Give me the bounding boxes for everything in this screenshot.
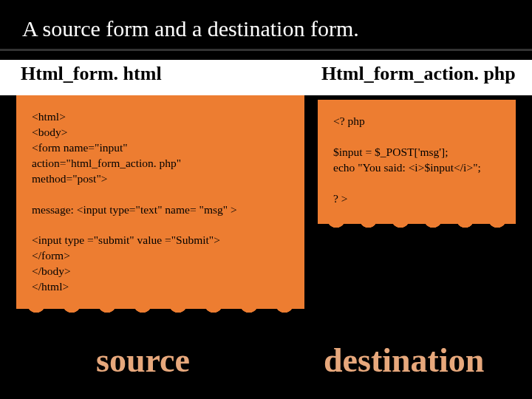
divider [0,49,532,51]
right-column-heading: Html_form_action. php [317,60,516,95]
slide-title: A source form and a destination form. [0,0,532,47]
source-code-box: <html> <body> <form name="input" action=… [16,95,304,309]
source-code: <html> <body> <form name="input" action=… [32,109,289,295]
source-label: source [96,341,190,380]
destination-code-box: <? php $input = $_POST['msg']; echo "You… [318,100,516,224]
destination-label: destination [324,341,484,380]
destination-code: <? php $input = $_POST['msg']; echo "You… [333,114,500,207]
left-column-heading: Html_form. html [16,60,304,95]
